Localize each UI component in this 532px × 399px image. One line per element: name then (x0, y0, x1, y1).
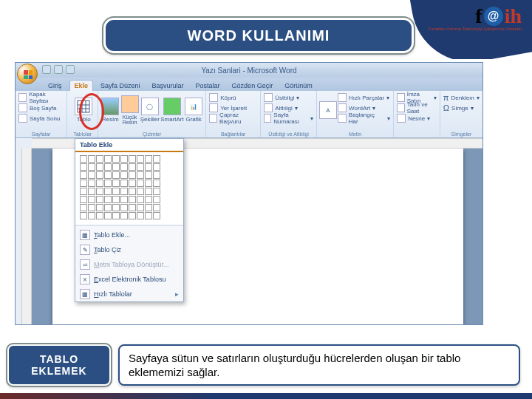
grid-cell[interactable] (88, 188, 95, 195)
grid-cell[interactable] (96, 212, 103, 219)
shapes-button[interactable]: ◯Şekiller (140, 92, 160, 128)
grid-cell[interactable] (129, 212, 136, 219)
pagenum-button[interactable]: Sayfa Numarası▾ (264, 113, 313, 123)
tab-gözden geçir[interactable]: Gözden Geçir (228, 81, 278, 91)
insert-table-grid[interactable] (75, 152, 183, 224)
grid-cell[interactable] (112, 204, 120, 211)
grid-cell[interactable] (120, 155, 128, 163)
grid-cell[interactable] (129, 180, 136, 187)
grid-cell[interactable] (96, 196, 103, 203)
grid-cell[interactable] (80, 204, 87, 211)
grid-cell[interactable] (80, 155, 87, 163)
grid-cell[interactable] (88, 204, 95, 211)
tab-başvurular[interactable]: Başvurular (148, 81, 188, 91)
grid-cell[interactable] (153, 212, 160, 219)
grid-cell[interactable] (96, 163, 103, 171)
grid-cell[interactable] (137, 212, 144, 219)
grid-cell[interactable] (145, 180, 152, 187)
grid-cell[interactable] (145, 204, 152, 211)
grid-cell[interactable] (80, 212, 87, 219)
grid-cell[interactable] (80, 180, 87, 187)
grid-cell[interactable] (137, 196, 144, 203)
grid-cell[interactable] (88, 196, 95, 203)
quick-access-toolbar[interactable] (42, 65, 75, 74)
grid-cell[interactable] (153, 180, 160, 187)
grid-cell[interactable] (104, 204, 112, 211)
dropcap-button[interactable]: Başlangıç Har▾ (338, 113, 390, 123)
grid-cell[interactable] (96, 171, 103, 179)
grid-cell[interactable] (104, 180, 112, 187)
grid-cell[interactable] (129, 196, 136, 203)
grid-cell[interactable] (96, 155, 103, 163)
grid-cell[interactable] (137, 188, 144, 195)
tab-ekle[interactable]: Ekle (69, 80, 94, 91)
grid-cell[interactable] (145, 196, 152, 203)
hyperlink-button[interactable]: Köprü (209, 92, 257, 103)
grid-cell[interactable] (88, 171, 95, 179)
object-button[interactable]: Nesne▾ (397, 113, 437, 123)
grid-cell[interactable] (137, 204, 144, 211)
chart-button[interactable]: 📊Grafik (185, 92, 202, 128)
grid-cell[interactable] (120, 212, 128, 219)
symbol-button[interactable]: ΩSimge▾ (443, 103, 480, 113)
grid-cell[interactable] (120, 180, 128, 187)
grid-cell[interactable] (112, 180, 120, 187)
grid-cell[interactable] (145, 171, 152, 179)
tab-görünüm[interactable]: Görünüm (280, 81, 317, 91)
dropdown-item-grid[interactable]: ▦Tablo Ekle... (75, 228, 183, 242)
grid-cell[interactable] (104, 171, 112, 179)
grid-cell[interactable] (112, 196, 120, 203)
smartart-button[interactable]: SmartArt (161, 92, 183, 128)
grid-cell[interactable] (112, 171, 120, 179)
datetime-button[interactable]: Tarih ve Saat (397, 103, 437, 113)
grid-cell[interactable] (96, 180, 103, 187)
textbox-button[interactable]: A (320, 92, 336, 128)
grid-cell[interactable] (104, 196, 112, 203)
grid-cell[interactable] (80, 163, 87, 171)
grid-cell[interactable] (88, 212, 95, 219)
grid-cell[interactable] (153, 188, 160, 195)
grid-cell[interactable] (96, 204, 103, 211)
grid-cell[interactable] (120, 163, 128, 171)
grid-cell[interactable] (137, 163, 144, 171)
grid-cell[interactable] (137, 155, 144, 163)
grid-cell[interactable] (88, 180, 95, 187)
grid-cell[interactable] (145, 163, 152, 171)
grid-cell[interactable] (153, 196, 160, 203)
grid-cell[interactable] (80, 196, 87, 203)
blank-page-button[interactable]: Boş Sayfa (18, 103, 64, 113)
grid-cell[interactable] (112, 155, 120, 163)
grid-cell[interactable] (145, 212, 152, 219)
grid-cell[interactable] (153, 171, 160, 179)
grid-cell[interactable] (120, 171, 128, 179)
grid-cell[interactable] (120, 188, 128, 195)
picture-button[interactable]: Resim (101, 92, 119, 128)
grid-cell[interactable] (96, 188, 103, 195)
grid-cell[interactable] (145, 188, 152, 195)
grid-cell[interactable] (80, 188, 87, 195)
office-button[interactable] (17, 64, 38, 84)
grid-cell[interactable] (137, 180, 144, 187)
grid-cell[interactable] (112, 212, 120, 219)
grid-cell[interactable] (104, 163, 112, 171)
grid-cell[interactable] (129, 155, 136, 163)
grid-cell[interactable] (153, 163, 160, 171)
cover-page-button[interactable]: Kapak Sayfası (18, 92, 64, 103)
grid-cell[interactable] (112, 188, 120, 195)
grid-cell[interactable] (129, 171, 136, 179)
clipart-button[interactable]: Küçük Resim (120, 92, 138, 128)
grid-cell[interactable] (153, 155, 160, 163)
grid-cell[interactable] (104, 155, 112, 163)
grid-cell[interactable] (129, 204, 136, 211)
page-break-button[interactable]: Sayfa Sonu (18, 113, 64, 123)
grid-cell[interactable] (104, 212, 112, 219)
grid-cell[interactable] (80, 171, 87, 179)
grid-cell[interactable] (88, 163, 95, 171)
header-button[interactable]: Üstbilgi▾ (264, 92, 313, 103)
quickparts-button[interactable]: Hızlı Parçalar▾ (338, 92, 390, 103)
vertical-ruler[interactable] (21, 149, 32, 324)
grid-cell[interactable] (129, 163, 136, 171)
grid-cell[interactable] (120, 204, 128, 211)
grid-cell[interactable] (120, 196, 128, 203)
grid-cell[interactable] (104, 188, 112, 195)
